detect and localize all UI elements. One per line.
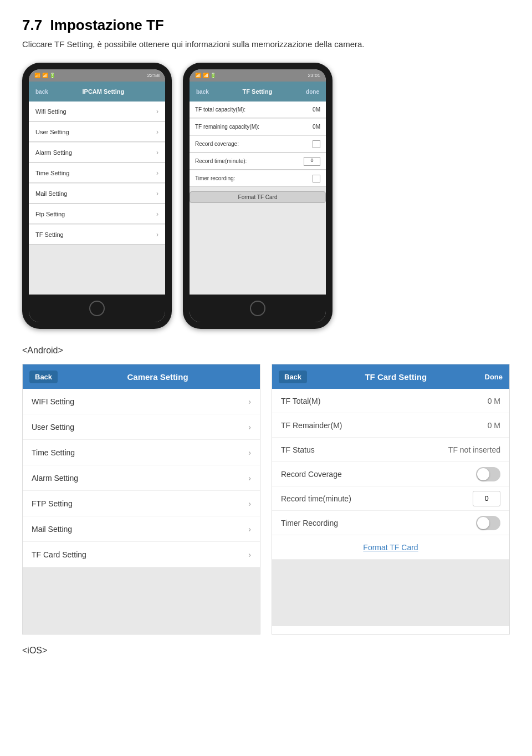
chevron-icon: › [248,550,251,559]
list-item[interactable]: FTP Setting › [23,491,260,516]
phone-left-status-bar: 📶 📶 🔋 22:58 [29,69,165,82]
record-coverage-label: Record coverage: [195,141,239,147]
android-left-header: Back Camera Setting [23,364,260,389]
status-time-right: 23:01 [308,73,320,78]
format-tf-card-button[interactable]: Format TF Card [281,537,500,557]
list-item[interactable]: User Setting › [23,414,260,440]
status-icons-right: 📶 📶 🔋 [195,73,216,78]
wifi-setting-label: Wifi Setting [35,108,66,115]
user-setting-label: User Setting [35,129,69,135]
chevron-icon: › [248,448,251,457]
record-coverage-label: Record Coverage [281,470,342,479]
timer-recording-row: Timer recording: [190,170,326,187]
record-coverage-checkbox[interactable] [313,140,320,148]
record-time-input[interactable]: 0 [304,157,320,166]
android-right-done-button[interactable]: Done [485,373,503,381]
list-item[interactable]: Alarm Setting › [23,465,260,491]
chevron-icon: › [156,169,158,177]
mail-setting-label: Mail Setting [35,190,67,197]
list-item[interactable]: Alarm Setting › [29,143,165,163]
phone-left-bottom [29,295,165,322]
timer-recording-row: Timer Recording [272,511,509,535]
timer-recording-label: Timer Recording [281,519,338,527]
phone-right-body: TF total capacity(M): 0M TF remaining ca… [190,102,326,295]
android-left-gray-area [23,567,260,634]
list-item[interactable]: Time Setting › [23,440,260,465]
tf-remainder-value: 0 M [488,421,500,430]
phone-right: 📶 📶 🔋 23:01 back TF Setting done TF tota… [183,63,332,329]
tf-status-label: TF Status [281,445,315,454]
ftp-setting-label: Ftp Setting [35,211,65,217]
tf-remaining-capacity-value: 0M [313,124,320,130]
android-tf-card-panel: Back TF Card Setting Done TF Total(M) 0 … [272,364,510,635]
time-setting-label: Time Setting [32,448,75,457]
alarm-setting-label: Alarm Setting [35,149,72,156]
list-item[interactable]: Wifi Setting › [29,102,165,121]
time-setting-label: Time Setting [35,170,69,176]
tf-remainder-row: TF Remainder(M) 0 M [272,413,509,438]
phone-left-header: back IPCAM Setting [29,82,165,102]
android-right-gray-area [272,560,509,626]
chevron-icon: › [248,525,251,534]
phone-left-screen: 📶 📶 🔋 22:58 back IPCAM Setting Wifi Sett… [29,69,165,322]
record-time-input[interactable] [473,491,500,506]
record-time-label: Record time(minute) [281,494,351,503]
phone-left: 📶 📶 🔋 22:58 back IPCAM Setting Wifi Sett… [22,63,172,329]
list-item[interactable]: Mail Setting › [23,516,260,542]
list-item[interactable]: WIFI Setting › [23,389,260,414]
chevron-icon: › [248,499,251,508]
chevron-icon: › [156,149,158,156]
section-heading: 7.7 Impostazione TF [22,17,510,34]
android-label: <Android> [22,346,510,356]
android-right-header: Back TF Card Setting Done [272,364,509,389]
list-item[interactable]: TF Setting › [29,225,165,245]
phone-left-body: Wifi Setting › User Setting › Alarm Sett… [29,102,165,295]
record-coverage-row: Record Coverage [272,462,509,486]
tf-remaining-capacity-row: TF remaining capacity(M): 0M [190,119,326,135]
chevron-icon: › [248,474,251,483]
mail-setting-label: Mail Setting [32,525,72,534]
timer-recording-toggle[interactable] [476,516,500,530]
tf-status-row: TF Status TF not inserted [272,438,509,462]
phone-right-header: back TF Setting done [190,82,326,102]
android-left-back-button[interactable]: Back [29,371,58,383]
home-button-right[interactable] [250,301,265,316]
record-time-label: Record time(minute): [195,158,247,164]
android-right-title: TF Card Setting [311,372,480,382]
record-coverage-toggle[interactable] [476,467,500,481]
android-right-back-button[interactable]: Back [279,371,307,383]
list-item[interactable]: TF Card Setting › [23,542,260,567]
chevron-icon: › [156,190,158,197]
user-setting-label: User Setting [32,423,74,432]
phone-left-back[interactable]: back [35,89,48,95]
list-item[interactable]: User Setting › [29,122,165,142]
chevron-icon: › [248,397,251,406]
ftp-setting-label: FTP Setting [32,499,73,508]
phone-left-title: IPCAM Setting [83,88,125,95]
wifi-setting-label: WIFI Setting [32,397,74,406]
list-item[interactable]: Time Setting › [29,163,165,183]
chevron-icon: › [156,231,158,239]
status-time-left: 22:58 [147,73,160,78]
tf-total-capacity-row: TF total capacity(M): 0M [190,102,326,118]
timer-recording-label: Timer recording: [195,175,235,181]
alarm-setting-label: Alarm Setting [32,474,78,483]
ios-label: <iOS> [22,646,510,656]
tf-remainder-label: TF Remainder(M) [281,421,342,430]
timer-recording-checkbox[interactable] [313,175,320,182]
tf-setting-label: TF Setting [35,231,64,238]
phone-right-status-bar: 📶 📶 🔋 23:01 [190,69,326,82]
chevron-icon: › [156,210,158,218]
list-item[interactable]: Ftp Setting › [29,204,165,224]
record-time-row: Record time(minute) [272,486,509,511]
tf-total-value: 0 M [488,397,500,405]
phone-right-done[interactable]: done [306,89,319,95]
home-button-left[interactable] [89,301,105,316]
phone-right-title: TF Setting [243,88,273,95]
phone-right-back[interactable]: back [196,89,209,95]
list-item[interactable]: Mail Setting › [29,184,165,204]
tf-remaining-capacity-label: TF remaining capacity(M): [195,124,259,130]
format-tf-card-button[interactable]: Format TF Card [190,191,326,203]
tf-card-setting-label: TF Card Setting [32,550,86,559]
android-camera-setting-panel: Back Camera Setting WIFI Setting › User … [22,364,260,635]
